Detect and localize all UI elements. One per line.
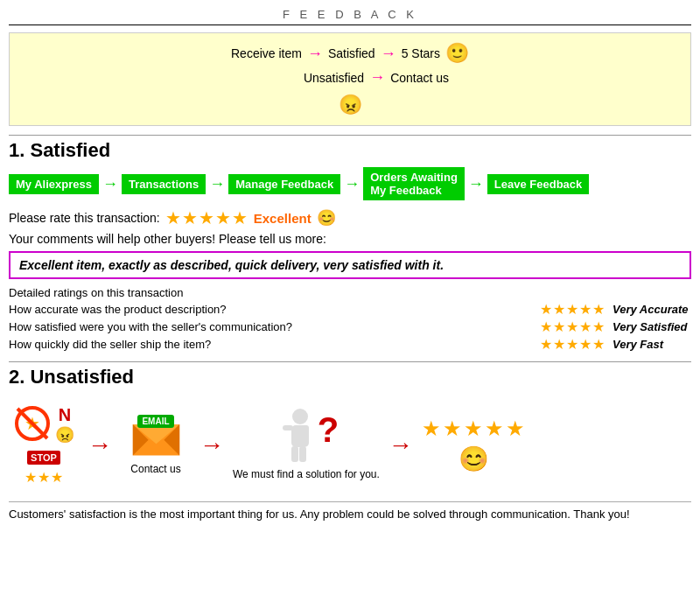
contact-us-flow-label: Contact us [390, 71, 449, 85]
nav-item-aliexpress[interactable]: My Aliexpress [9, 174, 99, 194]
rating-stars: ★★★★★ [165, 207, 248, 228]
five-stars-label: 5 Stars [402, 46, 440, 60]
detail-label-3: How quickly did the seller ship the item… [9, 338, 533, 351]
solution-text: We must find a solution for you. [233, 468, 380, 482]
unsatisfied-label: Unsatisfied [304, 71, 364, 85]
bottom-stars-no: ★★★ [24, 469, 64, 486]
flow-item-no-stop: ★ N 😠 STOP ★★★ [9, 404, 79, 486]
question-person-group: ? [274, 408, 339, 465]
header: F E E D B A C K [9, 7, 691, 25]
detail-label-1: How accurate was the product description… [9, 303, 533, 316]
nav-item-orders-awaiting[interactable]: Orders AwaitingMy Feedback [363, 167, 465, 200]
arrow-2: → [381, 45, 396, 63]
bottom-text: Customers' satisfaction is the most impo… [9, 501, 691, 521]
page-title: F E E D B A C K [283, 8, 417, 21]
flow-row-unsatisfied: Unsatisfied → Contact us [251, 68, 449, 87]
sad-emoji-flow: 😠 [339, 94, 362, 116]
flow-item-stars-happy: ★★★★★ 😊 [422, 416, 527, 473]
detail-row-1: How accurate was the product description… [9, 301, 691, 318]
nav-item-leave-feedback[interactable]: Leave Feedback [487, 174, 589, 194]
detail-stars-1: ★★★★★ [540, 301, 606, 318]
person-icon [274, 408, 318, 465]
stop-sign-row: STOP [27, 449, 60, 465]
email-icon-wrap: EMAIL [132, 415, 180, 459]
big-stars-icon: ★★★★★ [422, 416, 527, 441]
detail-rating-text-2: Very Satisfied [612, 320, 691, 333]
contact-us-label: Contact us [130, 463, 180, 475]
detail-ratings: Detailed ratings on this transaction How… [9, 286, 691, 353]
no-stop-group: ★ N 😠 STOP ★★★ [13, 404, 74, 486]
rating-label: Please rate this transaction: [9, 211, 160, 225]
happy-emoji-result: 😊 [458, 444, 489, 473]
detail-rating-text-1: Very Accurate [612, 303, 691, 316]
nav-breadcrumb: My Aliexpress → Transactions → Manage Fe… [9, 167, 691, 200]
detail-label-2: How satisfied were you with the seller's… [9, 320, 533, 333]
arrow-3: → [369, 68, 385, 87]
detail-row-2: How satisfied were you with the seller's… [9, 318, 691, 335]
section2-title: 2. Unsatisfied [9, 361, 691, 388]
arrow-1: → [307, 45, 323, 63]
section1-title: 1. Satisfied [9, 135, 691, 162]
excellent-label: Excellent [254, 211, 312, 226]
rating-row: Please rate this transaction: ★★★★★ Exce… [9, 207, 691, 228]
envelope-icon [132, 424, 180, 459]
svg-rect-9 [283, 425, 293, 430]
detail-stars-3: ★★★★★ [540, 336, 606, 353]
svg-rect-12 [299, 446, 306, 462]
nav-arrow-3: → [344, 175, 360, 193]
unsatisfied-flow: ★ N 😠 STOP ★★★ → EMAIL [9, 397, 691, 493]
receive-item-label: Receive item [231, 46, 302, 60]
svg-rect-11 [291, 446, 298, 462]
email-badge: EMAIL [137, 415, 173, 428]
nav-arrow-2: → [209, 175, 225, 193]
nav-item-manage-feedback[interactable]: Manage Feedback [228, 174, 340, 194]
flow-item-email: EMAIL Contact us [121, 415, 191, 475]
detail-stars-2: ★★★★★ [540, 318, 606, 335]
nav-arrow-1: → [102, 175, 118, 193]
detail-title: Detailed ratings on this transaction [9, 286, 691, 299]
n-stop-stack: N 😠 [55, 405, 74, 444]
detail-row-3: How quickly did the seller ship the item… [9, 336, 691, 353]
nav-item-transactions[interactable]: Transactions [122, 174, 206, 194]
flow-box: Receive item → Satisfied → 5 Stars 🙂 Uns… [9, 32, 691, 126]
flow-arrow-3: → [388, 431, 413, 459]
svg-rect-10 [298, 425, 309, 430]
angry-emoji-stop: 😠 [55, 425, 74, 444]
svg-point-7 [292, 409, 308, 424]
flow-item-question: ? We must find a solution for you. [233, 408, 380, 482]
question-mark-icon: ? [318, 412, 339, 447]
help-text: Your comments will help other buyers! Pl… [9, 232, 691, 246]
satisfied-label: Satisfied [328, 46, 375, 60]
stop-sign: STOP [27, 451, 60, 465]
page-wrapper: F E E D B A C K Receive item → Satisfied… [0, 0, 700, 528]
flow-arrow-1: → [88, 431, 112, 459]
flow-row-satisfied: Receive item → Satisfied → 5 Stars 🙂 [231, 42, 469, 65]
happy-emoji-flow: 🙂 [445, 42, 469, 65]
no-circle-icon: ★ [13, 404, 52, 445]
comment-box[interactable]: Excellent item, exactly as described, qu… [9, 251, 691, 279]
happy-emoji-rating: 😊 [317, 208, 336, 228]
flow-arrow-2: → [200, 431, 224, 459]
detail-rating-text-3: Very Fast [612, 338, 691, 351]
n-letter: N [59, 405, 71, 425]
nav-arrow-4: → [468, 175, 484, 193]
